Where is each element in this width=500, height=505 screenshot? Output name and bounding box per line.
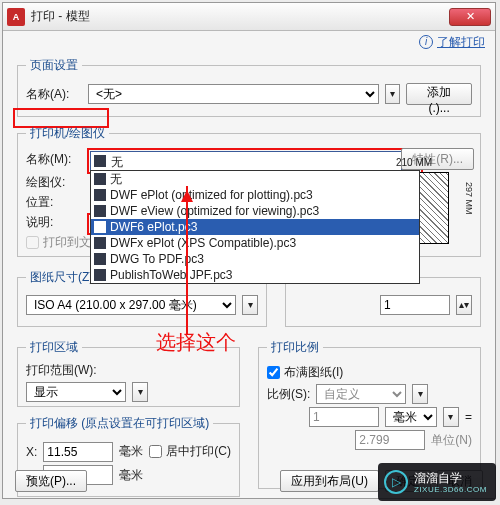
printer-option[interactable]: DWF ePlot (optimized for plotting).pc3 [91, 187, 419, 203]
fit-to-paper-label: 布满图纸(I) [284, 364, 343, 381]
center-print-checkbox[interactable] [149, 445, 162, 458]
scale-unit2-label: 单位(N) [431, 432, 472, 449]
printer-selected-value: 无 [111, 154, 123, 171]
scale-num2-input [355, 430, 425, 450]
device-icon [94, 189, 106, 201]
dropdown-icon[interactable]: ▾ [385, 84, 401, 104]
learn-print-link[interactable]: 了解打印 [437, 34, 485, 51]
description-label: 说明: [26, 214, 84, 231]
scale-legend: 打印比例 [267, 339, 323, 356]
printer-group: 打印机/绘图仪 名称(M): 无 ▾ 无 DWF ePlot (optimize… [17, 125, 481, 257]
device-icon [94, 237, 106, 249]
printer-name-label: 名称(M): [26, 151, 84, 168]
printer-icon [94, 155, 106, 167]
printer-option-selected[interactable]: DWF6 ePlot.pc3 [91, 219, 419, 235]
spinner-icon[interactable]: ▴▾ [456, 295, 472, 315]
page-setup-group: 页面设置 名称(A): <无> ▾ 添加(.)... [17, 57, 481, 117]
printer-option[interactable]: DWF eView (optimized for viewing).pc3 [91, 203, 419, 219]
scale-ratio-label: 比例(S): [267, 386, 310, 403]
printer-option[interactable]: DWFx ePlot (XPS Compatible).pc3 [91, 235, 419, 251]
page-setup-legend: 页面设置 [26, 57, 82, 74]
device-icon [94, 269, 106, 281]
print-to-file-label: 打印到文 [43, 234, 91, 251]
watermark-title: 溜溜自学 [414, 471, 487, 485]
offset-x-label: X: [26, 445, 37, 459]
paper-size-legend: 图纸尺寸(Z) [26, 269, 97, 286]
print-range-select[interactable]: 显示 [26, 382, 126, 402]
watermark-sub: ZIXUE.3D66.COM [414, 485, 487, 494]
printer-legend: 打印机/绘图仪 [26, 125, 109, 142]
dropdown-icon[interactable]: ▾ [132, 382, 148, 402]
copies-input[interactable] [380, 295, 450, 315]
apply-layout-button[interactable]: 应用到布局(U) [280, 470, 379, 492]
offset-legend: 打印偏移 (原点设置在可打印区域) [26, 415, 213, 432]
fit-to-paper-checkbox[interactable] [267, 366, 280, 379]
printer-dropdown: 无 DWF ePlot (optimized for plotting).pc3… [90, 170, 420, 284]
play-icon: ▷ [384, 470, 408, 494]
device-icon [94, 173, 106, 185]
center-print-label: 居中打印(C) [166, 443, 231, 460]
dropdown-icon[interactable]: ▾ [443, 407, 459, 427]
equals-label: = [465, 410, 472, 424]
paper-width-label: 210 MM [396, 157, 432, 168]
printer-option[interactable]: DWG To PDF.pc3 [91, 251, 419, 267]
info-bar: i 了解打印 [3, 31, 495, 53]
scale-num1-input [309, 407, 379, 427]
paper-size-select[interactable]: ISO A4 (210.00 x 297.00 毫米) [26, 295, 236, 315]
info-icon: i [419, 35, 433, 49]
window-title: 打印 - 模型 [31, 8, 449, 25]
page-name-select[interactable]: <无> [88, 84, 379, 104]
page-name-label: 名称(A): [26, 86, 82, 103]
paper-height-label: 297 MM [464, 182, 474, 215]
scale-ratio-select[interactable]: 自定义 [316, 384, 406, 404]
printer-option[interactable]: 无 [91, 171, 419, 187]
offset-x-unit: 毫米 [119, 443, 143, 460]
device-icon [94, 253, 106, 265]
dropdown-icon[interactable]: ▾ [242, 295, 258, 315]
add-page-setup-button[interactable]: 添加(.)... [406, 83, 472, 105]
print-dialog: A 打印 - 模型 ✕ i 了解打印 页面设置 名称(A): <无> ▾ 添加(… [2, 2, 496, 499]
plotter-label: 绘图仪: [26, 174, 84, 191]
printer-option[interactable]: PublishToWeb JPF.pc3 [91, 267, 419, 283]
offset-x-input[interactable] [43, 442, 113, 462]
watermark: ▷ 溜溜自学 ZIXUE.3D66.COM [378, 463, 496, 501]
print-to-file-checkbox [26, 236, 39, 249]
location-label: 位置: [26, 194, 84, 211]
app-icon: A [7, 8, 25, 26]
titlebar: A 打印 - 模型 ✕ [3, 3, 495, 31]
device-icon [94, 205, 106, 217]
close-button[interactable]: ✕ [449, 8, 491, 26]
scale-unit-select[interactable]: 毫米 [385, 407, 437, 427]
device-icon [94, 221, 106, 233]
print-range-label: 打印范围(W): [26, 362, 231, 379]
print-area-legend: 打印区域 [26, 339, 82, 356]
annotation-text: 选择这个 [156, 329, 236, 356]
preview-button[interactable]: 预览(P)... [15, 470, 87, 492]
dropdown-icon[interactable]: ▾ [412, 384, 428, 404]
